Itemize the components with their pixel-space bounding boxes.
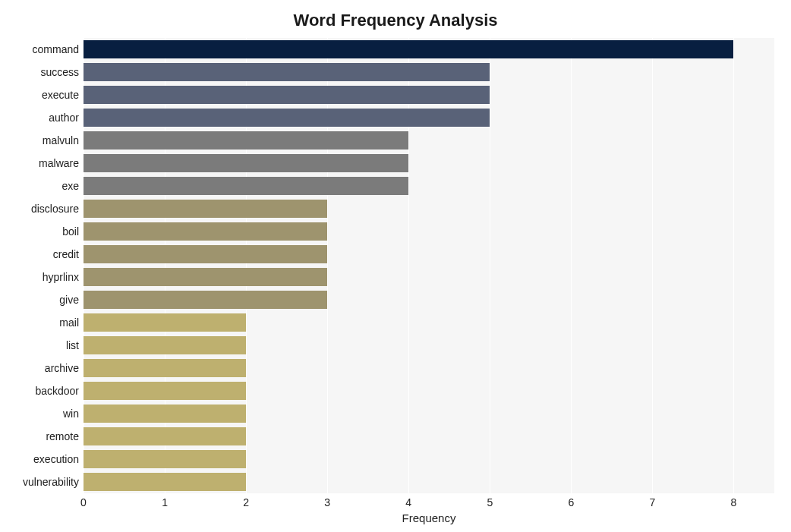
bar-row: execute [84, 83, 774, 106]
bar [84, 405, 246, 423]
bar [84, 154, 408, 172]
bar-row: win [84, 402, 774, 425]
y-tick-label: execution [33, 448, 79, 471]
bar-row: exe [84, 175, 774, 197]
bar-row: vulnerability [84, 471, 774, 493]
bar [84, 63, 490, 81]
bar [84, 359, 246, 377]
bar-row: success [84, 61, 774, 83]
bar [84, 336, 246, 354]
bar [84, 382, 246, 400]
x-tick-label: 3 [324, 496, 330, 508]
bar-row: malware [84, 152, 774, 175]
y-tick-label: archive [45, 357, 79, 379]
plot-area: commandsuccessexecuteauthormalvulnmalwar… [84, 38, 774, 493]
bar-row: author [84, 106, 774, 129]
x-tick-label: 1 [162, 496, 168, 508]
bar-row: hyprlinx [84, 266, 774, 288]
x-tick-label: 4 [405, 496, 411, 508]
bar [84, 245, 327, 263]
bar [84, 131, 408, 150]
bar-row: archive [84, 357, 774, 379]
x-tick-label: 0 [80, 496, 87, 508]
bar [84, 200, 327, 218]
y-tick-label: execute [42, 83, 79, 106]
bar-row: command [84, 38, 774, 61]
y-tick-label: author [49, 106, 79, 129]
x-tick-label: 2 [243, 496, 249, 508]
x-axis-label: Frequency [402, 512, 456, 524]
bar-row: execution [84, 448, 774, 471]
bar [84, 427, 246, 445]
bar [84, 40, 733, 58]
bar-row: mail [84, 311, 774, 334]
y-tick-label: list [66, 334, 79, 357]
bar-row: list [84, 334, 774, 357]
bar [84, 109, 490, 127]
bar [84, 177, 408, 195]
bar [84, 222, 327, 241]
bar [84, 450, 246, 468]
y-tick-label: mail [59, 311, 79, 334]
y-tick-label: vulnerability [23, 471, 79, 493]
y-tick-label: exe [61, 175, 79, 197]
y-tick-label: backdoor [35, 379, 79, 402]
bar-row: remote [84, 425, 774, 448]
bar-row: disclosure [84, 197, 774, 220]
y-tick-label: malware [39, 152, 79, 175]
y-tick-label: remote [46, 425, 79, 448]
x-tick-label: 7 [650, 496, 656, 508]
bar [84, 313, 246, 332]
bar [84, 291, 327, 309]
bar [84, 268, 327, 286]
y-tick-label: credit [53, 243, 79, 266]
x-tick-label: 6 [568, 496, 574, 508]
y-tick-label: command [33, 38, 79, 61]
x-tick-label: 5 [487, 496, 493, 508]
y-tick-label: win [63, 402, 79, 425]
bar-row: give [84, 288, 774, 311]
bar-row: malvuln [84, 129, 774, 152]
x-axis: Frequency 012345678 [84, 493, 774, 524]
chart-container: Word Frequency Analysis commandsuccessex… [0, 0, 791, 532]
y-tick-label: hyprlinx [43, 266, 79, 288]
y-tick-label: malvuln [43, 129, 79, 152]
y-tick-label: disclosure [31, 197, 79, 220]
x-tick-label: 8 [731, 496, 737, 508]
bar-row: boil [84, 220, 774, 243]
chart-title: Word Frequency Analysis [8, 11, 783, 30]
y-tick-label: boil [62, 220, 79, 243]
bar-row: backdoor [84, 379, 774, 402]
y-tick-label: success [40, 61, 79, 83]
bar [84, 473, 246, 491]
bar-row: credit [84, 243, 774, 266]
y-tick-label: give [59, 288, 79, 311]
bar [84, 86, 490, 104]
